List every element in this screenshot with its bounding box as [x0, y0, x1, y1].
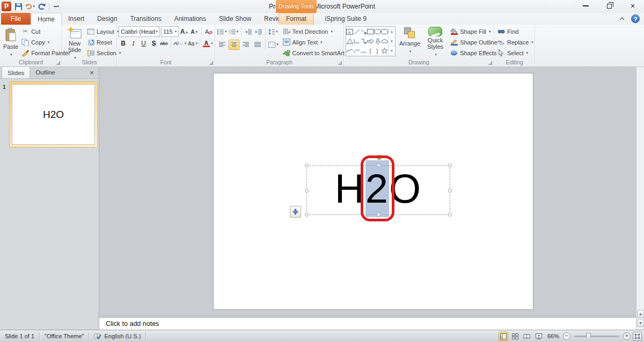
- font-color-button[interactable]: A: [202, 39, 213, 49]
- strikethrough-button[interactable]: abc: [159, 39, 169, 49]
- grow-font-button[interactable]: A▲: [180, 27, 189, 37]
- arrange-button[interactable]: Arrange: [398, 26, 422, 58]
- shape-down-arrow-icon[interactable]: [374, 36, 381, 46]
- line-spacing-button[interactable]: [268, 27, 279, 37]
- align-left-button[interactable]: [217, 40, 228, 50]
- shape-cloud-icon[interactable]: [381, 36, 388, 46]
- resize-handle-e[interactable]: [448, 189, 452, 192]
- shape-right-brace-icon[interactable]: }: [374, 46, 381, 56]
- shapes-scroll-down-button[interactable]: ▼: [389, 36, 395, 46]
- align-text-button[interactable]: Align Text: [281, 37, 350, 47]
- shape-elbow-arrow-icon[interactable]: [360, 36, 367, 46]
- zoom-slider-thumb[interactable]: [586, 333, 591, 340]
- shape-left-brace-icon[interactable]: {: [367, 46, 374, 56]
- reset-button[interactable]: Reset: [85, 37, 122, 47]
- pane-close-button[interactable]: ×: [87, 69, 96, 77]
- vertical-scrollbar[interactable]: ▲ ▼: [636, 67, 644, 330]
- slide-show-button[interactable]: [534, 332, 544, 341]
- find-button[interactable]: Find: [496, 26, 535, 36]
- new-slide-button[interactable]: New Slide: [64, 26, 85, 58]
- shape-elbow-icon[interactable]: [353, 36, 360, 46]
- next-slide-button[interactable]: ▼: [637, 319, 644, 327]
- resize-handle-nw[interactable]: [305, 163, 309, 167]
- restore-button[interactable]: [602, 1, 616, 11]
- decrease-indent-button[interactable]: [244, 27, 253, 37]
- bold-button[interactable]: B: [119, 39, 128, 49]
- reading-view-button[interactable]: [522, 332, 532, 341]
- arrange-dropdown[interactable]: [408, 47, 412, 54]
- replace-button[interactable]: ab Replace: [496, 37, 535, 47]
- font-name-combo[interactable]: Calibri (Headings: [119, 26, 160, 37]
- shape-oval-icon[interactable]: [374, 27, 381, 36]
- resize-handle-se[interactable]: [448, 213, 452, 217]
- status-slide-number[interactable]: Slide 1 of 1: [0, 332, 40, 340]
- shrink-font-button[interactable]: A▼: [190, 27, 199, 37]
- tab-home[interactable]: Home: [31, 13, 62, 25]
- quick-styles-dropdown[interactable]: [434, 50, 437, 57]
- section-button[interactable]: Section: [85, 48, 122, 58]
- align-center-button[interactable]: [229, 40, 239, 50]
- tab-transitions[interactable]: Transitions: [123, 13, 167, 25]
- pane-tab-outline[interactable]: Outline: [30, 66, 60, 78]
- select-button[interactable]: Select: [496, 48, 535, 58]
- justify-button[interactable]: [252, 40, 263, 50]
- text-direction-button[interactable]: A Text Direction: [281, 26, 350, 36]
- font-dialog-launcher[interactable]: [209, 61, 213, 65]
- drawing-dialog-launcher[interactable]: [488, 61, 492, 65]
- change-case-button[interactable]: Aa: [188, 39, 198, 49]
- shape-triangle-icon[interactable]: [346, 36, 353, 46]
- shape-scribble-icon[interactable]: [346, 46, 353, 56]
- increase-indent-button[interactable]: [254, 27, 263, 37]
- notes-pane[interactable]: Click to add notes: [99, 317, 636, 330]
- minimize-ribbon-button[interactable]: [618, 16, 626, 22]
- tab-format[interactable]: Format: [279, 13, 314, 25]
- paste-button[interactable]: Paste: [2, 26, 20, 58]
- close-button[interactable]: ×: [626, 1, 640, 11]
- tab-design[interactable]: Design: [91, 13, 123, 25]
- numbering-button[interactable]: 12: [229, 27, 239, 37]
- font-size-combo[interactable]: 115: [161, 26, 179, 37]
- quick-styles-button[interactable]: Quick Styles: [424, 26, 447, 58]
- status-theme[interactable]: "Office Theme": [40, 332, 89, 340]
- shape-textbox-icon[interactable]: A: [346, 27, 353, 36]
- align-right-button[interactable]: [240, 40, 251, 50]
- italic-button[interactable]: I: [129, 39, 138, 49]
- clear-formatting-button[interactable]: A: [204, 27, 213, 37]
- shape-star-icon[interactable]: [381, 46, 388, 56]
- shape-rectangle-icon[interactable]: [367, 27, 374, 36]
- clipboard-dialog-launcher[interactable]: [56, 61, 60, 65]
- slide-canvas[interactable]: H2O: [213, 73, 533, 310]
- convert-to-smartart-button[interactable]: Convert to SmartArt: [281, 48, 350, 58]
- zoom-level[interactable]: 66%: [547, 333, 559, 339]
- slide-thumbnail-selected[interactable]: H2O: [9, 81, 98, 147]
- tab-animations[interactable]: Animations: [168, 13, 213, 25]
- fit-slide-to-window-button[interactable]: [633, 332, 642, 341]
- previous-slide-button[interactable]: ▲: [637, 310, 644, 318]
- character-spacing-button[interactable]: AV↔: [173, 39, 187, 49]
- zoom-slider-track[interactable]: [574, 336, 619, 337]
- layout-button[interactable]: Layout: [85, 26, 122, 36]
- bullets-button[interactable]: [217, 27, 228, 37]
- shape-rounded-rectangle-icon[interactable]: [381, 27, 388, 36]
- minimize-button[interactable]: [579, 1, 592, 11]
- resize-handle-ne[interactable]: [448, 163, 452, 167]
- tab-ispring-suite[interactable]: iSpring Suite 9: [318, 13, 373, 25]
- zoom-in-button[interactable]: +: [623, 332, 631, 340]
- resize-handle-w[interactable]: [305, 189, 309, 192]
- slide-sorter-view-button[interactable]: [510, 332, 520, 341]
- status-language-cell[interactable]: English (U.S.): [89, 332, 146, 340]
- shape-arrow-icon[interactable]: [360, 27, 367, 36]
- shape-arc-icon[interactable]: [360, 46, 367, 56]
- normal-view-button[interactable]: [499, 332, 508, 341]
- help-button[interactable]: ?: [631, 14, 640, 23]
- tab-insert[interactable]: Insert: [62, 13, 91, 25]
- paragraph-dialog-launcher[interactable]: [338, 61, 342, 65]
- shapes-more-button[interactable]: ▼: [389, 46, 395, 56]
- shape-curve-icon[interactable]: [353, 46, 360, 56]
- resize-handle-sw[interactable]: [305, 213, 309, 217]
- tab-file[interactable]: File: [1, 13, 31, 25]
- shape-right-arrow-icon[interactable]: [367, 36, 374, 46]
- pane-tab-slides[interactable]: Slides: [2, 66, 30, 78]
- autofit-options-button[interactable]: [290, 206, 301, 218]
- columns-button[interactable]: [268, 40, 279, 50]
